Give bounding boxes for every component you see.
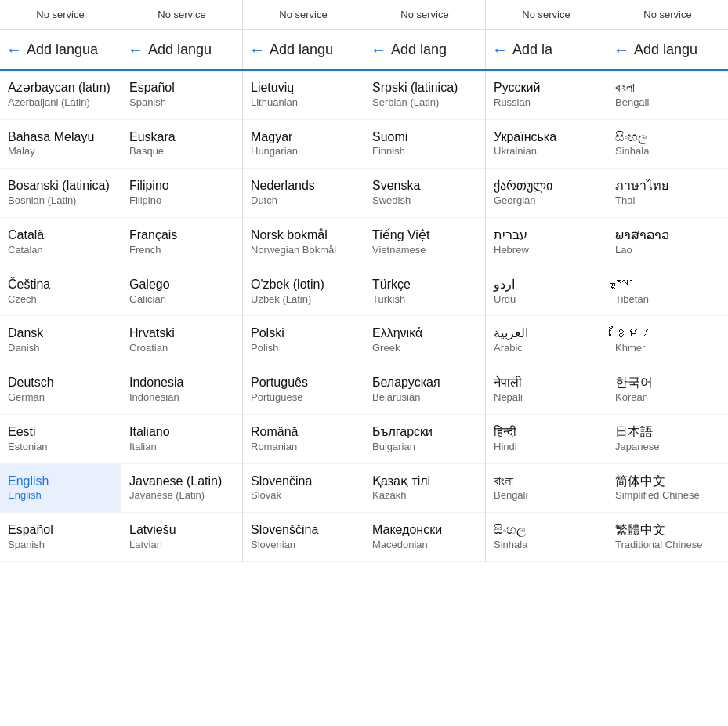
list-item[interactable]: Қазақ тіліKazakh: [364, 464, 485, 514]
list-item[interactable]: SlovenčinaSlovak: [243, 464, 364, 514]
list-item[interactable]: हिन्दीHindi: [486, 415, 607, 464]
list-item[interactable]: MagyarHungarian: [243, 120, 364, 169]
header-cell-2: ←Add langu: [243, 30, 364, 69]
language-native-name: Čeština: [8, 277, 113, 293]
list-item[interactable]: සිංහලSinhala: [607, 120, 728, 169]
language-column-3: Srpski (latinica)Serbian (Latin)SuomiFin…: [364, 71, 486, 562]
list-item[interactable]: 繁體中文Traditional Chinese: [607, 513, 728, 562]
back-arrow-icon[interactable]: ←: [492, 41, 508, 59]
language-native-name: O'zbek (lotin): [251, 277, 356, 293]
language-native-name: Tiếng Việt: [372, 227, 477, 244]
list-item[interactable]: 简体中文Simplified Chinese: [607, 464, 728, 514]
list-item[interactable]: Srpski (latinica)Serbian (Latin): [364, 71, 485, 120]
language-native-name: 한국어: [615, 375, 720, 391]
list-item[interactable]: PortuguêsPortuguese: [243, 365, 364, 415]
language-native-name: Беларуская: [372, 375, 477, 391]
list-item[interactable]: EspañolSpanish: [0, 513, 121, 562]
list-item[interactable]: Azərbaycan (latın)Azerbaijani (Latin): [0, 71, 121, 120]
list-item[interactable]: Norsk bokmålNorwegian Bokmål: [243, 218, 364, 267]
list-item[interactable]: EuskaraBasque: [121, 120, 242, 169]
language-english-name: Georgian: [494, 194, 599, 208]
language-english-name: Slovak: [251, 489, 356, 503]
back-arrow-icon[interactable]: ←: [249, 41, 265, 59]
language-english-name: German: [8, 391, 113, 405]
list-item[interactable]: ქართულიGeorgian: [486, 169, 607, 218]
list-item[interactable]: Javanese (Latin)Javanese (Latin): [121, 464, 242, 514]
list-item[interactable]: ខ្មែរKhmer: [607, 316, 728, 365]
language-native-name: Ελληνικά: [372, 325, 477, 342]
language-english-name: Vietnamese: [372, 244, 477, 257]
back-arrow-icon[interactable]: ←: [614, 41, 629, 59]
list-item[interactable]: ΕλληνικάGreek: [364, 316, 485, 365]
back-arrow-icon[interactable]: ←: [371, 41, 386, 59]
list-item[interactable]: नेपालीNepali: [486, 365, 607, 415]
list-item[interactable]: 日本語Japanese: [607, 415, 728, 464]
list-item[interactable]: EnglishEnglish: [0, 464, 121, 514]
list-item[interactable]: Bosanski (latinica)Bosnian (Latin): [0, 169, 121, 218]
list-item[interactable]: SlovenščinaSlovenian: [243, 513, 364, 562]
list-item[interactable]: O'zbek (lotin)Uzbek (Latin): [243, 267, 364, 317]
list-item[interactable]: ČeštinaCzech: [0, 267, 121, 317]
language-english-name: Nepali: [494, 391, 599, 405]
list-item[interactable]: IndonesiaIndonesian: [121, 365, 242, 415]
back-arrow-icon[interactable]: ←: [128, 41, 143, 59]
language-english-name: Slovenian: [251, 539, 356, 552]
list-item[interactable]: БългарскиBulgarian: [364, 415, 485, 464]
list-item[interactable]: PolskiPolish: [243, 316, 364, 365]
language-english-name: Turkish: [372, 293, 477, 307]
list-item[interactable]: Bahasa MelayuMalay: [0, 120, 121, 169]
list-item[interactable]: МакедонскиMacedonian: [364, 513, 485, 562]
list-item[interactable]: LatviešuLatvian: [121, 513, 242, 562]
language-english-name: Bengali: [615, 96, 720, 110]
list-item[interactable]: FilipinoFilipino: [121, 169, 242, 218]
list-item[interactable]: 한국어Korean: [607, 365, 728, 415]
list-item[interactable]: БеларускаяBelarusian: [364, 365, 485, 415]
list-item[interactable]: TürkçeTurkish: [364, 267, 485, 317]
back-arrow-icon[interactable]: ←: [6, 41, 22, 59]
list-item[interactable]: සිංහලSinhala: [486, 513, 607, 562]
list-item[interactable]: DanskDanish: [0, 316, 121, 365]
language-native-name: Українська: [494, 129, 599, 146]
list-item[interactable]: LietuviųLithuanian: [243, 71, 364, 120]
list-item[interactable]: CatalàCatalan: [0, 218, 121, 267]
list-item[interactable]: SvenskaSwedish: [364, 169, 485, 218]
language-native-name: ภาษาไทย: [615, 178, 720, 194]
add-language-title: Add langu: [270, 42, 333, 58]
list-item[interactable]: УкраїнськаUkrainian: [486, 120, 607, 169]
list-item[interactable]: NederlandsDutch: [243, 169, 364, 218]
language-english-name: Urdu: [494, 293, 599, 307]
language-native-name: Norsk bokmål: [251, 227, 356, 244]
list-item[interactable]: Tiếng ViệtVietnamese: [364, 218, 485, 267]
language-english-name: Kazakh: [372, 489, 477, 503]
list-item[interactable]: العربيةArabic: [486, 316, 607, 365]
language-native-name: ខ្មែរ: [615, 325, 720, 342]
list-item[interactable]: རྒྱལ་Tibetan: [607, 267, 728, 317]
language-native-name: Srpski (latinica): [372, 80, 477, 96]
list-item[interactable]: EspañolSpanish: [121, 71, 242, 120]
language-native-name: Español: [129, 80, 234, 96]
list-item[interactable]: EestiEstonian: [0, 415, 121, 464]
list-item[interactable]: ItalianoItalian: [121, 415, 242, 464]
language-english-name: Bosnian (Latin): [8, 194, 113, 208]
list-item[interactable]: SuomiFinnish: [364, 120, 485, 169]
list-item[interactable]: ภาษาไทยThai: [607, 169, 728, 218]
language-native-name: සිංහල: [494, 522, 599, 539]
list-item[interactable]: FrançaisFrench: [121, 218, 242, 267]
list-item[interactable]: বাংলাBengali: [486, 464, 607, 514]
list-item[interactable]: اردوUrdu: [486, 267, 607, 317]
list-item[interactable]: DeutschGerman: [0, 365, 121, 415]
language-native-name: हिन्दी: [494, 424, 599, 441]
list-item[interactable]: HrvatskiCroatian: [121, 316, 242, 365]
list-item[interactable]: GalegoGalician: [121, 267, 242, 317]
list-item[interactable]: RomânăRomanian: [243, 415, 364, 464]
list-item[interactable]: বাংলাBengali: [607, 71, 728, 120]
list-item[interactable]: עבריתHebrew: [486, 218, 607, 267]
language-native-name: Filipino: [129, 178, 234, 194]
language-english-name: Tibetan: [615, 293, 720, 307]
language-native-name: Hrvatski: [129, 325, 234, 342]
header-cell-0: ←Add langua: [0, 30, 121, 69]
language-native-name: ქართული: [494, 178, 599, 194]
list-item[interactable]: ພາສາລາວLao: [607, 218, 728, 267]
language-native-name: Français: [129, 227, 234, 244]
list-item[interactable]: РусскийRussian: [486, 71, 607, 120]
